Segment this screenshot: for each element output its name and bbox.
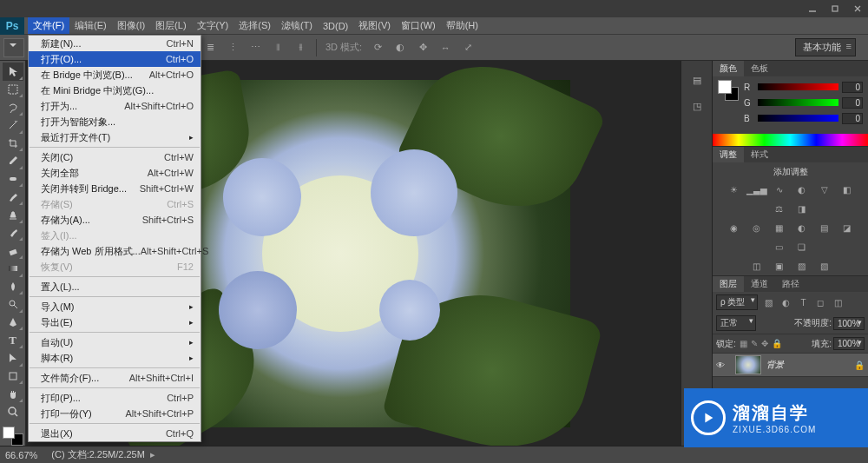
distribute-6-icon[interactable]: ⫵ bbox=[290, 38, 311, 57]
adj-hue-icon[interactable]: ◧ bbox=[840, 183, 854, 195]
crop-tool[interactable] bbox=[3, 135, 23, 153]
eyedropper-tool[interactable] bbox=[3, 152, 23, 170]
menu-view[interactable]: 视图(V) bbox=[353, 17, 396, 34]
menu-help[interactable]: 帮助(H) bbox=[441, 17, 483, 34]
history-brush-tool[interactable] bbox=[3, 224, 23, 242]
adj-brightness-icon[interactable]: ☀ bbox=[727, 183, 741, 195]
adj-bw-icon[interactable]: ◨ bbox=[795, 202, 809, 215]
distribute-4-icon[interactable]: ⋯ bbox=[245, 38, 266, 57]
menu-select[interactable]: 选择(S) bbox=[233, 17, 276, 34]
adj-posterize-icon[interactable]: ▤ bbox=[818, 222, 832, 234]
layer-filter-kind[interactable]: ρ 类型 bbox=[716, 294, 758, 310]
menu-filter[interactable]: 滤镜(T) bbox=[276, 17, 318, 34]
adj-vibrance-icon[interactable]: ▽ bbox=[818, 183, 832, 195]
file-menu-item[interactable]: 最近打开文件(T) bbox=[29, 129, 201, 145]
file-menu-item[interactable]: 打开为智能对象... bbox=[29, 114, 201, 129]
lock-position-icon[interactable]: ✥ bbox=[761, 339, 768, 348]
adj-invert-icon[interactable]: ◐ bbox=[795, 222, 809, 234]
filter-pixel-icon[interactable]: ▧ bbox=[761, 296, 775, 308]
filter-smart-icon[interactable]: ◫ bbox=[831, 296, 845, 308]
path-selection-tool[interactable] bbox=[3, 349, 23, 367]
menu-window[interactable]: 窗口(W) bbox=[396, 17, 441, 34]
blend-mode-dropdown[interactable]: 正常 bbox=[716, 315, 756, 331]
zoom-level[interactable]: 66.67% bbox=[5, 450, 37, 460]
adj-colorlookup-icon[interactable]: ▦ bbox=[773, 222, 786, 234]
tab-swatches[interactable]: 色板 bbox=[744, 61, 775, 76]
lock-all-icon[interactable]: 🔒 bbox=[772, 339, 782, 348]
menu-file[interactable]: 文件(F) bbox=[28, 17, 69, 34]
r-value[interactable]: 0 bbox=[842, 82, 863, 93]
file-menu-item[interactable]: 文件简介(F)...Alt+Shift+Ctrl+I bbox=[29, 370, 201, 386]
file-menu-item[interactable]: 导入(M) bbox=[29, 299, 201, 314]
3d-orbit-icon[interactable]: ⟳ bbox=[367, 38, 388, 57]
menu-image[interactable]: 图像(I) bbox=[112, 17, 150, 34]
layer-row-background[interactable]: 👁 背景 🔒 bbox=[713, 353, 868, 377]
lock-transparent-icon[interactable]: ▦ bbox=[740, 339, 747, 348]
3d-slide-icon[interactable]: ↔ bbox=[435, 38, 456, 57]
panel-color-swatch[interactable] bbox=[718, 80, 739, 101]
file-menu-item[interactable]: 新建(N)...Ctrl+N bbox=[29, 36, 201, 51]
distribute-3-icon[interactable]: ⋮ bbox=[222, 38, 243, 57]
zoom-tool[interactable] bbox=[3, 403, 23, 421]
lock-pixels-icon[interactable]: ✎ bbox=[751, 339, 758, 348]
tab-color[interactable]: 颜色 bbox=[713, 61, 744, 76]
visibility-eye-icon[interactable]: 👁 bbox=[716, 360, 730, 370]
color-swatches[interactable] bbox=[3, 427, 23, 446]
rectangle-tool[interactable] bbox=[3, 367, 23, 386]
pen-tool[interactable] bbox=[3, 314, 23, 332]
window-minimize-button[interactable] bbox=[802, 2, 823, 16]
tab-layers[interactable]: 图层 bbox=[713, 276, 744, 292]
fill-value[interactable]: 100% bbox=[833, 337, 865, 350]
menu-edit[interactable]: 编辑(E) bbox=[69, 17, 112, 34]
window-restore-button[interactable] bbox=[825, 2, 845, 16]
adj-threshold-icon[interactable]: ◪ bbox=[840, 222, 854, 234]
history-panel-icon[interactable]: ▤ bbox=[687, 69, 707, 90]
file-menu-item[interactable]: 脚本(R) bbox=[29, 350, 201, 366]
b-slider[interactable] bbox=[758, 115, 838, 122]
file-menu-item[interactable]: 导出(E) bbox=[29, 314, 201, 330]
file-menu-item[interactable]: 置入(L)... bbox=[29, 279, 201, 294]
magic-wand-tool[interactable] bbox=[3, 116, 23, 135]
r-slider[interactable] bbox=[758, 83, 838, 90]
healing-brush-tool[interactable] bbox=[3, 170, 23, 189]
file-menu-item[interactable]: 打印一份(Y)Alt+Shift+Ctrl+P bbox=[29, 406, 201, 421]
3d-scale-icon[interactable]: ⤢ bbox=[457, 38, 478, 57]
layer-thumbnail[interactable] bbox=[735, 355, 761, 374]
workspace-preset-dropdown[interactable]: 基本功能 bbox=[795, 38, 856, 56]
adj-extra3-icon[interactable]: ▨ bbox=[795, 260, 809, 272]
file-menu-item[interactable]: 打开为...Alt+Shift+Ctrl+O bbox=[29, 98, 201, 114]
opacity-value[interactable]: 100% bbox=[833, 317, 865, 330]
menu-3d[interactable]: 3D(D) bbox=[318, 17, 353, 34]
brush-tool[interactable] bbox=[3, 188, 23, 206]
layer-name[interactable]: 背景 bbox=[766, 359, 854, 371]
b-value[interactable]: 0 bbox=[842, 113, 863, 124]
properties-panel-icon[interactable]: ◳ bbox=[687, 96, 707, 116]
g-slider[interactable] bbox=[758, 99, 838, 106]
window-close-button[interactable] bbox=[847, 2, 868, 16]
doc-size[interactable]: (C) 文档:2.25M/2.25M bbox=[51, 448, 145, 461]
g-value[interactable]: 0 bbox=[842, 97, 863, 109]
adj-extra1-icon[interactable]: ◫ bbox=[750, 260, 764, 272]
filter-shape-icon[interactable]: ◻ bbox=[813, 296, 827, 308]
file-menu-item[interactable]: 关闭并转到 Bridge...Shift+Ctrl+W bbox=[29, 181, 201, 196]
file-menu-item[interactable]: 存储为(A)...Shift+Ctrl+S bbox=[29, 212, 201, 228]
type-tool[interactable]: T bbox=[3, 331, 23, 349]
distribute-2-icon[interactable]: ≣ bbox=[200, 38, 220, 57]
blur-tool[interactable] bbox=[3, 278, 23, 296]
file-menu-item[interactable]: 存储为 Web 所用格式...Alt+Shift+Ctrl+S bbox=[29, 243, 201, 259]
distribute-5-icon[interactable]: ⫴ bbox=[267, 38, 288, 57]
menu-type[interactable]: 文字(Y) bbox=[192, 17, 234, 34]
tab-channels[interactable]: 通道 bbox=[744, 276, 775, 292]
adj-photo-filter-icon[interactable]: ◉ bbox=[727, 222, 741, 234]
adj-curves-icon[interactable]: ∿ bbox=[773, 183, 786, 195]
move-tool[interactable] bbox=[3, 63, 23, 81]
menu-layer[interactable]: 图层(L) bbox=[150, 17, 191, 34]
file-menu-item[interactable]: 打印(P)...Ctrl+P bbox=[29, 390, 201, 406]
file-menu-item[interactable]: 在 Bridge 中浏览(B)...Alt+Ctrl+O bbox=[29, 67, 201, 83]
adj-colorbalance-icon[interactable]: ⚖ bbox=[773, 202, 786, 215]
tab-styles[interactable]: 样式 bbox=[744, 147, 775, 162]
file-menu-item[interactable]: 在 Mini Bridge 中浏览(G)... bbox=[29, 83, 201, 98]
status-menu-arrow-icon[interactable]: ▸ bbox=[150, 449, 155, 460]
file-menu-item[interactable]: 关闭全部Alt+Ctrl+W bbox=[29, 165, 201, 181]
eraser-tool[interactable] bbox=[3, 241, 23, 260]
